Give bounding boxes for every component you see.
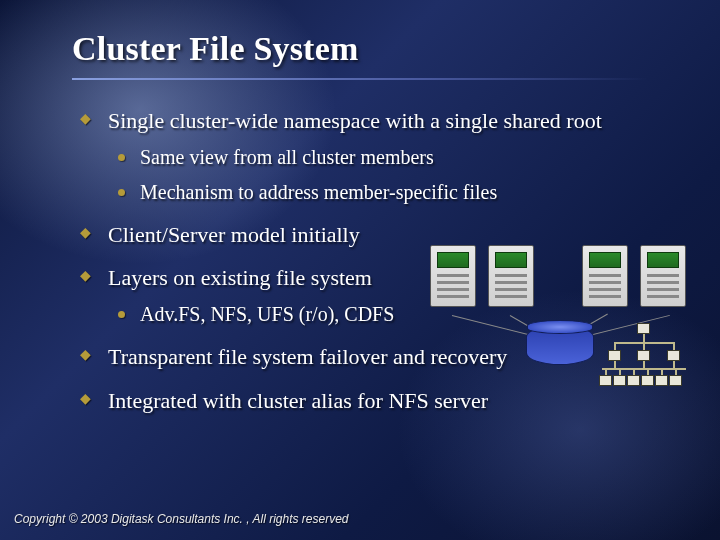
server-icon: [640, 245, 686, 315]
slide: Cluster File System Single cluster-wide …: [0, 0, 720, 540]
bullet-item: Single cluster-wide namespace with a sin…: [80, 106, 660, 206]
cluster-diagram: [430, 245, 690, 415]
sub-bullet-item: Mechanism to address member-specific fil…: [118, 179, 660, 206]
sub-bullet-text: Same view from all cluster members: [140, 146, 434, 168]
server-icon: [582, 245, 628, 315]
sub-bullet-list: Same view from all cluster members Mecha…: [108, 144, 660, 206]
sub-bullet-text: Mechanism to address member-specific fil…: [140, 181, 497, 203]
slide-title: Cluster File System: [0, 30, 720, 68]
server-icon: [488, 245, 534, 315]
bullet-text: Single cluster-wide namespace with a sin…: [108, 108, 602, 133]
copyright-footer: Copyright © 2003 Digitask Consultants In…: [14, 512, 349, 526]
namespace-tree-icon: [602, 323, 686, 403]
bullet-text: Client/Server model initially: [108, 222, 360, 247]
bullet-text: Layers on existing file system: [108, 265, 372, 290]
shared-disk-icon: [526, 325, 594, 365]
server-icon: [430, 245, 476, 315]
sub-bullet-item: Same view from all cluster members: [118, 144, 660, 171]
sub-bullet-text: Adv.FS, NFS, UFS (r/o), CDFS: [140, 303, 394, 325]
